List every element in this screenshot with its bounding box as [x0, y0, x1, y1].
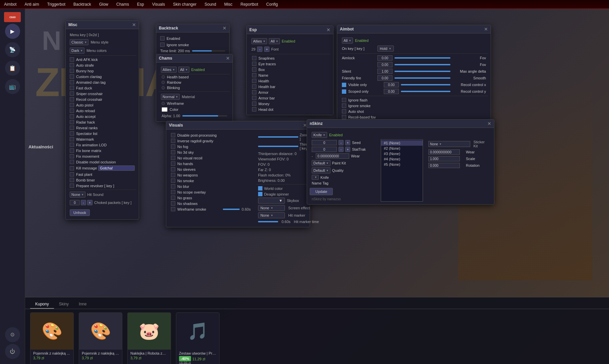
chams-blinking-radio[interactable]	[162, 86, 165, 89]
vis-row-6[interactable]: No sleeves	[169, 166, 253, 172]
esp-snaplines-check[interactable]	[252, 56, 256, 60]
aimbot-visible-check[interactable]	[342, 83, 346, 87]
vis-worldcolor-check[interactable]	[258, 186, 262, 191]
aimbot-autoshot-check[interactable]	[342, 109, 346, 114]
vis-check-7[interactable]	[171, 173, 175, 177]
misc-item-14[interactable]: Watermark	[68, 136, 136, 142]
esp-armorbar-row[interactable]: Armor bar	[249, 95, 330, 101]
nskinz-skin-1[interactable]: #2 (None)	[381, 146, 423, 151]
vis-check-2[interactable]	[171, 144, 175, 149]
misc-check-13[interactable]	[70, 131, 74, 136]
aimbot-ignoresmoke-row[interactable]: Ignore smoke	[340, 103, 488, 108]
vis-row-12[interactable]: No shadows	[169, 201, 253, 206]
vis-row-5[interactable]: No hands	[169, 161, 253, 166]
sidebar-radio-btn[interactable]: 📡	[5, 42, 20, 57]
misc-colors-dropdown[interactable]: Dark ▼	[70, 48, 84, 54]
misc-check-17[interactable]	[70, 154, 74, 158]
vis-check-12[interactable]	[171, 201, 175, 206]
aimbot-autoshot-row[interactable]: Auto shot	[340, 108, 488, 114]
store-item-2[interactable]: 🐷 Naklejka | Robota za ... 3,79 zł	[127, 312, 171, 364]
esp-money-row[interactable]: Money	[249, 101, 330, 106]
backtrack-enabled-check[interactable]	[160, 36, 165, 41]
misc-check-11[interactable]	[70, 120, 74, 124]
misc-close-btn[interactable]: ✕	[132, 22, 136, 27]
chams-rainbow-radio[interactable]	[162, 81, 165, 84]
misc-check-9[interactable]	[70, 108, 74, 113]
aimbot-recoilfov-check[interactable]	[342, 115, 346, 119]
nskinz-stattrak-inc[interactable]: +	[345, 147, 350, 152]
misc-item-15[interactable]: Fix animation LOD	[68, 142, 136, 148]
vis-zoom-track[interactable]	[258, 136, 298, 138]
esp-headdot-row[interactable]: Head dot	[249, 106, 330, 112]
esp-money-check[interactable]	[252, 101, 256, 106]
misc-check-1[interactable]	[70, 63, 74, 67]
aimbot-hold-dropdown[interactable]: Hold ▼	[377, 46, 394, 52]
backtrack-smoke-check[interactable]	[160, 43, 165, 47]
misc-check-7[interactable]	[70, 97, 74, 101]
misc-unhook-btn[interactable]: Unhook	[70, 209, 90, 216]
chams-normal-dropdown[interactable]: Normal ▼	[161, 94, 180, 100]
vis-skybox-dropdown[interactable]: ▼	[258, 198, 285, 204]
misc-item-12[interactable]: Reveal ranks	[68, 125, 136, 131]
store-item-0[interactable]: 🎨 Pojemnik z naklejką ... 3,79 zł	[30, 312, 74, 364]
esp-font-inc[interactable]: +	[264, 47, 269, 52]
store-item-1[interactable]: 🎨 Pojemnik z naklejką r... 3,79 zł	[79, 312, 122, 364]
vis-row-2[interactable]: No fog	[169, 144, 253, 149]
misc-check-19[interactable]	[70, 166, 74, 170]
nskinz-knife2-dropdown[interactable]: ▼	[312, 175, 319, 180]
vis-thirdperson-track[interactable]	[258, 146, 298, 147]
nskinz-seed-dec[interactable]: -	[339, 140, 344, 145]
misc-check-3[interactable]	[70, 74, 74, 79]
vis-row-1[interactable]: Inverse ragdoll gravity	[169, 138, 253, 144]
misc-item-11[interactable]: Radar hack	[68, 119, 136, 125]
aimbot-ignoreflash-row[interactable]: Ignore flash	[340, 97, 488, 103]
esp-health-row[interactable]: Health	[249, 78, 330, 84]
menu-aimbot[interactable]: Aimbot	[0, 1, 20, 8]
misc-check-22[interactable]	[70, 184, 74, 188]
menu-skinchanger[interactable]: Skin changer	[169, 1, 200, 8]
sidebar-settings-btn[interactable]: ⚙	[5, 327, 20, 342]
misc-kill-msg-input[interactable]	[98, 165, 135, 171]
nskinz-quality-dropdown[interactable]: Default ▼	[312, 167, 330, 173]
misc-choked-dec[interactable]: -	[81, 200, 86, 205]
vis-check-6[interactable]	[171, 167, 175, 171]
vis-row-0[interactable]: Disable post-processing	[169, 132, 253, 138]
esp-armor-row[interactable]: Armor	[249, 89, 330, 95]
nskinz-close-btn[interactable]: ✕	[487, 121, 491, 126]
esp-armor-check[interactable]	[252, 90, 256, 94]
misc-item-3[interactable]: Custom clantag	[68, 74, 136, 79]
chams-close-btn[interactable]: ✕	[226, 56, 230, 61]
misc-check-10[interactable]	[70, 114, 74, 119]
misc-check-15[interactable]	[70, 143, 74, 147]
esp-box-check[interactable]	[252, 67, 256, 72]
misc-check-21[interactable]	[70, 178, 74, 182]
esp-headdot-check[interactable]	[252, 107, 256, 112]
esp-eyetraces-check[interactable]	[252, 62, 256, 66]
misc-item-4[interactable]: Animated clan tag	[68, 79, 136, 85]
menu-chams[interactable]: Chams	[112, 1, 133, 8]
esp-close-btn[interactable]: ✕	[326, 27, 330, 32]
vis-hitmarkertime-track[interactable]	[258, 221, 278, 222]
misc-item-2[interactable]: Bunny hop	[68, 68, 136, 74]
nskinz-stattrak-dec[interactable]: -	[339, 147, 344, 152]
misc-item-22[interactable]: Prepare revolver [ key ]	[68, 183, 136, 189]
nskinz-sticker-dropdown[interactable]: None ▼	[428, 141, 470, 147]
aimbot-visible-track[interactable]	[401, 84, 450, 85]
esp-name-row[interactable]: Name	[249, 72, 330, 78]
vis-check-13[interactable]	[171, 207, 175, 211]
menu-reportbot[interactable]: Reportbot	[237, 1, 262, 8]
menu-backtrack[interactable]: Backtrack	[69, 1, 95, 8]
menu-misc[interactable]: Misc	[220, 1, 237, 8]
chams-all-dropdown[interactable]: All ▼	[178, 67, 189, 73]
vis-check-10[interactable]	[171, 190, 175, 194]
esp-armorbar-check[interactable]	[252, 96, 256, 100]
menu-triggerbot[interactable]: Triggerbot	[43, 1, 69, 8]
nskinz-update-btn[interactable]: Update	[310, 188, 333, 195]
chams-wireframe-radio[interactable]	[162, 102, 165, 105]
nskinz-skin-3[interactable]: #4 (None)	[381, 156, 423, 162]
esp-all-dropdown[interactable]: All ▼	[269, 38, 280, 44]
esp-health-check[interactable]	[252, 79, 256, 83]
aimbot-scoped-track[interactable]	[401, 91, 450, 92]
esp-snaplines-row[interactable]: Snaplines	[249, 55, 330, 61]
aimbot-maxangle-track[interactable]	[394, 64, 450, 65]
